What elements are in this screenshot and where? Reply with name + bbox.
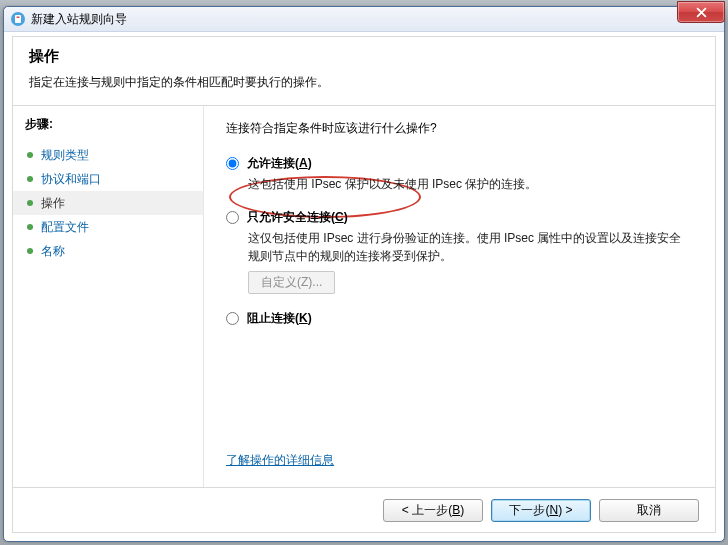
step-label: 配置文件 bbox=[41, 219, 89, 236]
bullet-icon bbox=[27, 224, 33, 230]
close-button[interactable] bbox=[677, 1, 725, 23]
step-label: 操作 bbox=[41, 195, 65, 212]
option-allow-secure-label: 只允许安全连接(C) bbox=[247, 209, 348, 226]
step-protocol-port[interactable]: 协议和端口 bbox=[25, 167, 203, 191]
option-allow: 允许连接(A) 这包括使用 IPsec 保护以及未使用 IPsec 保护的连接。 bbox=[226, 155, 693, 193]
wizard-footer: < 上一步(B) 下一步(N) > 取消 bbox=[13, 487, 715, 532]
wizard-body: 操作 指定在连接与规则中指定的条件相匹配时要执行的操作。 步骤: 规则类型 协议… bbox=[12, 36, 716, 533]
step-name[interactable]: 名称 bbox=[25, 239, 203, 263]
back-button[interactable]: < 上一步(B) bbox=[383, 499, 483, 522]
svg-rect-2 bbox=[17, 17, 20, 19]
step-action[interactable]: 操作 bbox=[13, 191, 203, 215]
option-allow-secure-row[interactable]: 只允许安全连接(C) bbox=[226, 209, 693, 226]
step-label: 规则类型 bbox=[41, 147, 89, 164]
page-header: 操作 指定在连接与规则中指定的条件相匹配时要执行的操作。 bbox=[13, 37, 715, 106]
option-allow-secure-desc: 这仅包括使用 IPsec 进行身份验证的连接。使用 IPsec 属性中的设置以及… bbox=[248, 230, 688, 265]
bullet-icon bbox=[27, 176, 33, 182]
option-allow-label: 允许连接(A) bbox=[247, 155, 312, 172]
page-title: 操作 bbox=[29, 47, 699, 66]
option-allow-secure: 只允许安全连接(C) 这仅包括使用 IPsec 进行身份验证的连接。使用 IPs… bbox=[226, 209, 693, 294]
bullet-icon bbox=[27, 248, 33, 254]
option-allow-desc: 这包括使用 IPsec 保护以及未使用 IPsec 保护的连接。 bbox=[248, 176, 688, 193]
step-profile[interactable]: 配置文件 bbox=[25, 215, 203, 239]
window-title: 新建入站规则向导 bbox=[31, 11, 127, 28]
app-icon bbox=[10, 11, 26, 27]
learn-more-link[interactable]: 了解操作的详细信息 bbox=[226, 453, 334, 467]
option-block-row[interactable]: 阻止连接(K) bbox=[226, 310, 693, 327]
customize-button: 自定义(Z)... bbox=[248, 271, 335, 294]
wizard-window: 新建入站规则向导 操作 指定在连接与规则中指定的条件相匹配时要执行的操作。 步骤… bbox=[3, 6, 725, 542]
radio-allow-secure[interactable] bbox=[226, 211, 239, 224]
steps-label: 步骤: bbox=[25, 116, 203, 133]
titlebar: 新建入站规则向导 bbox=[4, 7, 724, 32]
next-button[interactable]: 下一步(N) > bbox=[491, 499, 591, 522]
step-rule-type[interactable]: 规则类型 bbox=[25, 143, 203, 167]
content-pane: 连接符合指定条件时应该进行什么操作? 允许连接(A) 这包括使用 IPsec 保… bbox=[204, 106, 715, 487]
step-label: 协议和端口 bbox=[41, 171, 101, 188]
steps-sidebar: 步骤: 规则类型 协议和端口 操作 配置文件 名称 bbox=[13, 106, 204, 487]
learn-more: 了解操作的详细信息 bbox=[226, 452, 693, 469]
cancel-button[interactable]: 取消 bbox=[599, 499, 699, 522]
bullet-icon bbox=[27, 152, 33, 158]
option-block-label: 阻止连接(K) bbox=[247, 310, 312, 327]
svg-rect-1 bbox=[15, 15, 21, 23]
radio-allow[interactable] bbox=[226, 157, 239, 170]
option-allow-row[interactable]: 允许连接(A) bbox=[226, 155, 693, 172]
step-label: 名称 bbox=[41, 243, 65, 260]
option-block: 阻止连接(K) bbox=[226, 310, 693, 327]
page-subtitle: 指定在连接与规则中指定的条件相匹配时要执行的操作。 bbox=[29, 74, 699, 91]
radio-block[interactable] bbox=[226, 312, 239, 325]
bullet-icon bbox=[27, 200, 33, 206]
content-prompt: 连接符合指定条件时应该进行什么操作? bbox=[226, 120, 693, 137]
